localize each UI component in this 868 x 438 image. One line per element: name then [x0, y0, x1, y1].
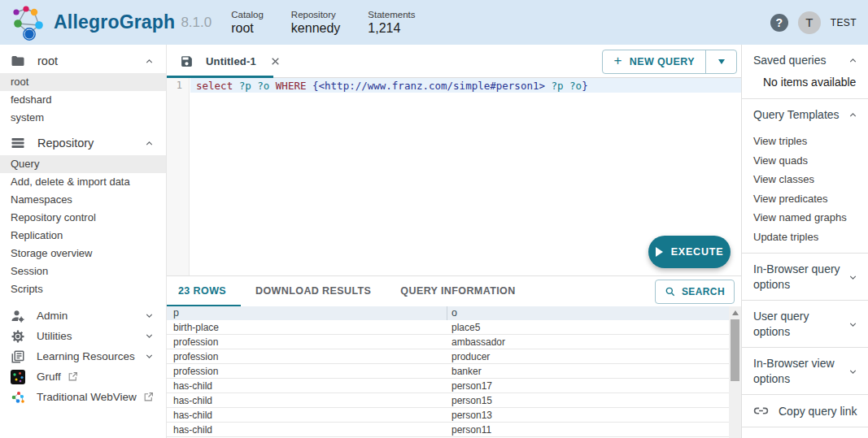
- user-query-options-header[interactable]: User query options: [742, 301, 868, 347]
- column-header-p[interactable]: p: [167, 306, 447, 320]
- sidebar-item-scripts[interactable]: Scripts: [0, 280, 166, 298]
- query-token-bracket: }: [582, 80, 588, 92]
- saved-queries-empty-text: No items available: [742, 76, 868, 98]
- left-sidebar: root rootfedshardsystem Repository Query…: [0, 45, 167, 438]
- sidebar-item-fedshard[interactable]: fedshard: [0, 91, 166, 109]
- table-row[interactable]: has-childperson11: [167, 423, 729, 437]
- sidebar-item-root[interactable]: root: [0, 73, 166, 91]
- saved-queries-header[interactable]: Saved queries: [742, 45, 868, 76]
- sidebar-item-label: Learning Resources: [37, 350, 135, 362]
- plus-icon: +: [613, 53, 622, 69]
- external-link-icon: [143, 392, 154, 402]
- catalog-list: rootfedshardsystem: [0, 73, 166, 127]
- results-tabs: 23 ROWSDOWNLOAD RESULTSQUERY INFORMATION: [167, 277, 530, 306]
- sidebar-item-replication[interactable]: Replication: [0, 227, 166, 245]
- tab-untitled-1[interactable]: Untitled-1: [206, 55, 281, 67]
- cell-o: banker: [447, 366, 729, 377]
- sidebar-item-traditional-webview[interactable]: Traditional WebView: [0, 387, 166, 407]
- column-header-o[interactable]: o: [447, 306, 729, 320]
- table-row[interactable]: professionproducer: [167, 349, 729, 364]
- query-token-plain: [545, 80, 552, 92]
- allegrograph-logo-icon: [7, 4, 49, 41]
- results-tab-download-results[interactable]: DOWNLOAD RESULTS: [241, 277, 386, 306]
- copy-query-link-label: Copy query link: [779, 405, 857, 418]
- query-templates-header[interactable]: Query Templates: [742, 99, 868, 130]
- table-row[interactable]: professionbanker: [167, 364, 729, 379]
- new-query-button[interactable]: + NEW QUERY: [603, 50, 706, 73]
- in-browser-query-options-header[interactable]: In-Browser query options: [742, 254, 868, 300]
- sidebar-item-utilities[interactable]: Utilities: [0, 326, 166, 346]
- repository-section-header[interactable]: Repository: [0, 131, 166, 155]
- sidebar-item-learning-resources[interactable]: Learning Resources: [0, 346, 166, 366]
- avatar[interactable]: T: [798, 11, 821, 34]
- right-sidebar: Saved queries No items available Query T…: [741, 45, 868, 438]
- scroll-up-icon[interactable]: [732, 310, 739, 315]
- stat-value: kennedy: [291, 21, 341, 36]
- query-editor[interactable]: 1 select ?p ?o WHERE {<http://www.franz.…: [167, 78, 741, 276]
- table-row[interactable]: birth-placeplace5: [167, 320, 729, 335]
- chevron-down-icon: [144, 331, 155, 341]
- scrollbar-thumb[interactable]: [731, 319, 739, 381]
- sidebar-item-label: Utilities: [37, 330, 72, 342]
- sidebar-item-session[interactable]: Session: [0, 262, 166, 280]
- results-panel: 23 ROWSDOWNLOAD RESULTSQUERY INFORMATION…: [167, 277, 741, 438]
- help-icon[interactable]: ?: [770, 14, 788, 32]
- editor-gutter: 1: [167, 78, 190, 275]
- sidebar-item-query[interactable]: Query: [0, 155, 166, 173]
- table-row[interactable]: has-childperson13: [167, 408, 729, 423]
- new-query-dropdown[interactable]: [706, 50, 736, 73]
- section-label: In-Browser query options: [753, 262, 843, 293]
- template-update-triples[interactable]: Update triples: [742, 228, 868, 247]
- stat-label: Repository: [291, 10, 341, 20]
- cell-p: has-child: [167, 424, 447, 436]
- results-table: p o birth-placeplace5professionambassado…: [167, 306, 741, 438]
- template-view-quads[interactable]: View quads: [742, 151, 868, 171]
- header-stat-catalog: Catalogroot: [231, 10, 264, 36]
- save-icon[interactable]: [180, 54, 194, 68]
- sidebar-item-system[interactable]: system: [0, 109, 166, 127]
- chevron-down-icon: [144, 351, 155, 362]
- sidebar-item-storage-overview[interactable]: Storage overview: [0, 245, 166, 262]
- results-tab-query-information[interactable]: QUERY INFORMATION: [386, 277, 530, 306]
- allegrograph-logo: AllegroGraph 8.1.0: [0, 4, 212, 41]
- catalog-section-header[interactable]: root: [0, 49, 166, 73]
- table-row[interactable]: professionambassador: [167, 335, 729, 349]
- sidebar-item-gruff[interactable]: Gruff: [0, 366, 166, 387]
- results-tab-23-rows[interactable]: 23 ROWS: [167, 277, 241, 306]
- sidebar-item-label: Admin: [37, 310, 68, 322]
- stat-value: root: [231, 21, 264, 36]
- cell-p: profession: [167, 336, 447, 348]
- query-token-variable: ?o: [569, 80, 582, 92]
- sidebar-item-add-delete-import-data[interactable]: Add, delete & import data: [0, 173, 166, 191]
- divider: [742, 427, 868, 427]
- sidebar-item-namespaces[interactable]: Namespaces: [0, 191, 166, 209]
- query-token-variable: ?o: [257, 80, 276, 92]
- in-browser-view-options-header[interactable]: In-Browser view options: [742, 348, 868, 394]
- cell-o: ambassador: [447, 336, 729, 348]
- sidebar-item-admin[interactable]: Admin: [0, 306, 166, 326]
- sidebar-item-repository-control[interactable]: Repository control: [0, 209, 166, 227]
- template-view-classes[interactable]: View classes: [742, 170, 868, 189]
- line-number: 1: [167, 78, 189, 91]
- search-button[interactable]: SEARCH: [655, 280, 735, 304]
- link-icon: [753, 403, 769, 418]
- play-icon: [656, 247, 663, 257]
- close-icon[interactable]: [270, 56, 281, 67]
- search-icon: [665, 286, 676, 297]
- table-row[interactable]: has-childperson17: [167, 379, 729, 393]
- stat-label: Catalog: [231, 10, 264, 20]
- gruff-icon: [11, 370, 26, 384]
- copy-query-link[interactable]: Copy query link: [742, 395, 868, 427]
- chevron-down-icon: [848, 366, 858, 377]
- results-tab-bar: 23 ROWSDOWNLOAD RESULTSQUERY INFORMATION…: [167, 277, 741, 306]
- execute-button[interactable]: EXECUTE: [648, 236, 731, 268]
- chevron-up-icon: [144, 56, 155, 67]
- template-view-triples[interactable]: View triples: [742, 132, 868, 151]
- header-stat-repository: Repositorykennedy: [291, 10, 341, 36]
- template-view-predicates[interactable]: View predicates: [742, 189, 868, 209]
- template-view-named-graphs[interactable]: View named graphs: [742, 208, 868, 228]
- cell-o: person15: [447, 395, 729, 406]
- table-row[interactable]: has-childperson15: [167, 393, 729, 408]
- molecule-icon: [11, 390, 26, 405]
- table-scrollbar[interactable]: [729, 306, 741, 438]
